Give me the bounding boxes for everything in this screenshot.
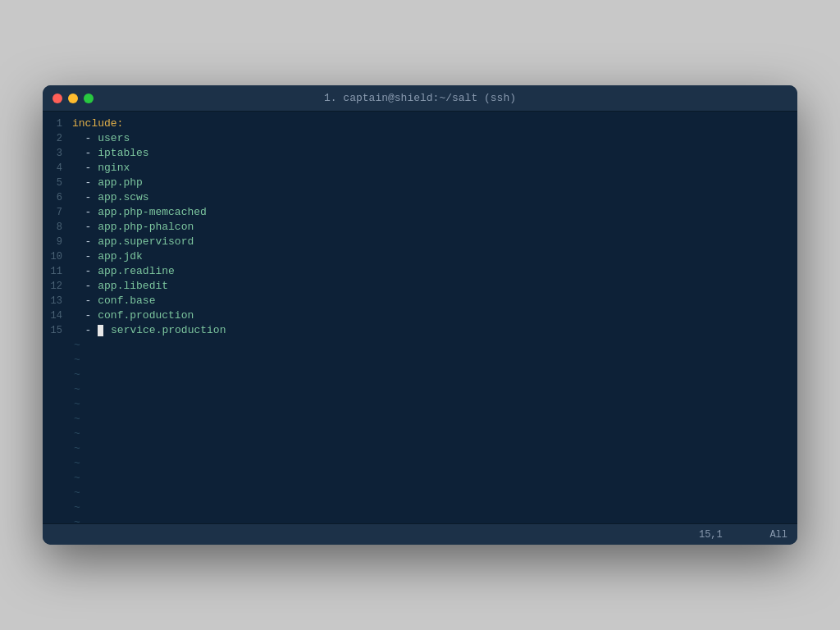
cursor xyxy=(98,325,103,336)
line-5: 5 - app.php xyxy=(43,176,797,190)
line-10: 10 - app.jdk xyxy=(43,249,797,264)
line-6: 6 - app.scws xyxy=(43,190,797,205)
statusbar: 15,1 All xyxy=(43,523,797,545)
traffic-lights xyxy=(52,94,94,103)
line-number-9: 9 xyxy=(43,235,72,249)
line-content-15: - service.production xyxy=(72,323,226,338)
line-number-15: 15 xyxy=(43,323,72,338)
line-content-6: - app.scws xyxy=(72,190,149,205)
line-number-13: 13 xyxy=(43,294,72,308)
line-number-2: 2 xyxy=(43,131,72,146)
line-number-14: 14 xyxy=(43,308,72,323)
line-content-9: - app.supervisord xyxy=(72,235,194,249)
tilde-line-4: ~ xyxy=(43,382,797,397)
editor-content[interactable]: 1 include: 2 - users 3 - iptables 4 - ng… xyxy=(43,112,797,523)
line-7: 7 - app.php-memcached xyxy=(43,205,797,220)
line-15: 15 - service.production xyxy=(43,323,797,338)
tilde-line-10: ~ xyxy=(43,471,797,486)
tilde-line-2: ~ xyxy=(43,353,797,368)
line-9: 9 - app.supervisord xyxy=(43,235,797,249)
line-number-4: 4 xyxy=(43,161,72,176)
tilde-line-8: ~ xyxy=(43,441,797,456)
line-number-11: 11 xyxy=(43,264,72,279)
tilde-line-12: ~ xyxy=(43,500,797,515)
status-view: All xyxy=(769,529,788,541)
tilde-line-3: ~ xyxy=(43,368,797,382)
line-number-7: 7 xyxy=(43,205,72,220)
line-14: 14 - conf.production xyxy=(43,308,797,323)
line-content-1: include: xyxy=(72,116,123,131)
line-number-12: 12 xyxy=(43,279,72,294)
tilde-line-9: ~ xyxy=(43,456,797,471)
line-content-2: - users xyxy=(72,131,130,146)
status-spacer xyxy=(723,529,770,541)
line-content-11: - app.readline xyxy=(72,264,175,279)
line-11: 11 - app.readline xyxy=(43,264,797,279)
line-1: 1 include: xyxy=(43,116,797,131)
tilde-line-7: ~ xyxy=(43,427,797,441)
terminal-window: 1. captain@shield:~/salt (ssh) 1 include… xyxy=(43,85,797,545)
line-number-10: 10 xyxy=(43,249,72,264)
line-2: 2 - users xyxy=(43,131,797,146)
line-content-14: - conf.production xyxy=(72,308,194,323)
titlebar: 1. captain@shield:~/salt (ssh) xyxy=(43,85,797,112)
line-content-8: - app.php-phalcon xyxy=(72,220,194,235)
editor-area: 1 include: 2 - users 3 - iptables 4 - ng… xyxy=(43,112,797,545)
line-number-6: 6 xyxy=(43,190,72,205)
minimize-button[interactable] xyxy=(68,94,78,103)
line-content-12: - app.libedit xyxy=(72,279,168,294)
line-content-10: - app.jdk xyxy=(72,249,143,264)
line-content-5: - app.php xyxy=(72,176,143,190)
close-button[interactable] xyxy=(52,94,62,103)
line-12: 12 - app.libedit xyxy=(43,279,797,294)
tilde-line-6: ~ xyxy=(43,412,797,427)
line-number-5: 5 xyxy=(43,176,72,190)
maximize-button[interactable] xyxy=(84,94,94,103)
line-13: 13 - conf.base xyxy=(43,294,797,308)
status-position: 15,1 xyxy=(699,529,723,541)
line-3: 3 - iptables xyxy=(43,146,797,161)
line-4: 4 - nginx xyxy=(43,161,797,176)
tilde-line-5: ~ xyxy=(43,397,797,412)
line-content-3: - iptables xyxy=(72,146,149,161)
line-content-7: - app.php-memcached xyxy=(72,205,207,220)
window-title: 1. captain@shield:~/salt (ssh) xyxy=(324,92,516,104)
tilde-line-1: ~ xyxy=(43,338,797,353)
line-content-4: - nginx xyxy=(72,161,130,176)
tilde-line-13: ~ xyxy=(43,515,797,523)
line-content-13: - conf.base xyxy=(72,294,155,308)
tilde-line-11: ~ xyxy=(43,486,797,500)
line-number-8: 8 xyxy=(43,220,72,235)
line-8: 8 - app.php-phalcon xyxy=(43,220,797,235)
line-number-1: 1 xyxy=(43,116,72,131)
line-number-3: 3 xyxy=(43,146,72,161)
